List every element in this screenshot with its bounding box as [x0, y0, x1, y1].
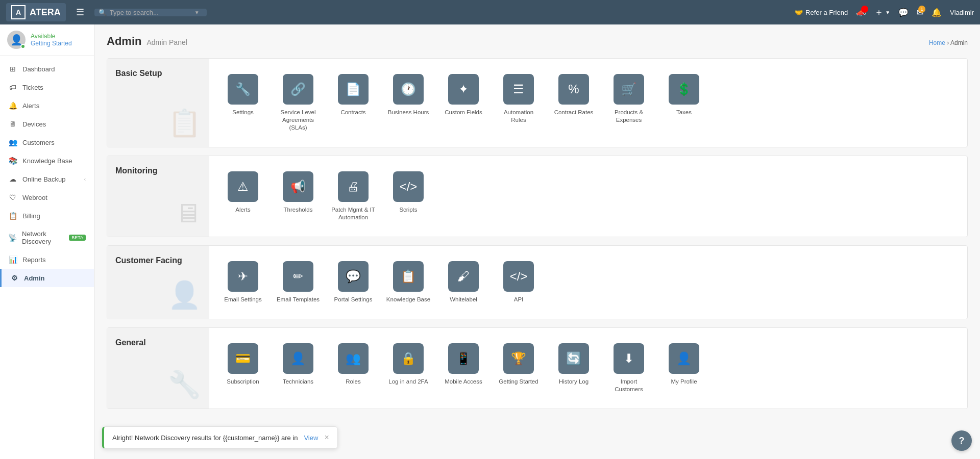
admin-item-subscription[interactable]: 💳Subscription	[217, 338, 268, 391]
sidebar-item-dashboard[interactable]: ⊞Dashboard	[0, 60, 94, 78]
search-input[interactable]	[110, 9, 191, 16]
admin-item-business-hours[interactable]: 🕐Business Hours	[383, 69, 434, 121]
admin-item-icon-patch-mgmt: 🖨	[338, 171, 369, 202]
admin-item-contract-rates[interactable]: %Contract Rates	[548, 69, 599, 121]
admin-item-api[interactable]: </>API	[493, 256, 544, 309]
admin-item-icon-roles: 👥	[338, 343, 369, 374]
section-basic-setup: Basic Setup📋🔧Settings🔗Service Level Agre…	[107, 58, 968, 147]
admin-item-icon-knowledge-base: 📋	[393, 261, 424, 292]
section-items-monitoring: ⚠Alerts📢Thresholds🖨Patch Mgmt & IT Autom…	[209, 156, 967, 237]
admin-item-label-getting-started: Getting Started	[499, 378, 538, 386]
admin-item-icon-my-profile: 👤	[669, 343, 699, 374]
admin-item-knowledge-base[interactable]: 📋Knowledge Base	[383, 256, 434, 309]
sidebar-item-label-network-discovery: Network Discovery	[22, 230, 62, 245]
admin-item-taxes[interactable]: 💲Taxes	[658, 69, 709, 121]
admin-item-patch-mgmt[interactable]: 🖨Patch Mgmt & IT Automation	[328, 166, 379, 226]
section-label-monitoring: Monitoring🖥	[107, 156, 209, 237]
sidebar-item-online-backup[interactable]: ☁Online Backup‹	[0, 170, 94, 188]
admin-item-products-expenses[interactable]: 🛒Products & Expenses	[603, 69, 654, 129]
user-menu[interactable]: Vladimir	[950, 9, 974, 16]
add-button[interactable]: ＋ ▼	[874, 6, 890, 18]
billing-nav-icon: 📋	[8, 212, 17, 220]
admin-item-email-settings[interactable]: ✈Email Settings	[217, 256, 268, 309]
admin-item-settings[interactable]: 🔧Settings	[217, 69, 268, 121]
sidebar: 👤 Available Getting Started ⊞Dashboard🏷T…	[0, 24, 94, 459]
admin-item-import-customers[interactable]: ⬇Import Customers	[603, 338, 654, 398]
admin-item-icon-import-customers: ⬇	[614, 343, 644, 374]
app-body: 👤 Available Getting Started ⊞Dashboard🏷T…	[0, 24, 980, 459]
admin-item-label-whitelabel: Whitelabel	[450, 296, 477, 303]
admin-item-email-templates[interactable]: ✏Email Templates	[273, 256, 324, 309]
bell-icon[interactable]: 🔔	[932, 8, 942, 17]
sidebar-item-label-devices: Devices	[22, 120, 46, 128]
alerts-nav-icon: 🔔	[8, 101, 17, 110]
admin-item-label-api: API	[514, 296, 524, 303]
admin-item-alerts[interactable]: ⚠Alerts	[217, 166, 268, 219]
admin-item-custom-fields[interactable]: ✦Custom Fields	[438, 69, 489, 121]
email-icon[interactable]: ✉ 1	[917, 8, 923, 17]
user-status: Available	[31, 33, 72, 40]
refer-friend-button[interactable]: 🤝 Refer a Friend	[795, 9, 848, 16]
notification-view-button[interactable]: View	[304, 434, 318, 442]
sidebar-item-admin[interactable]: ⚙Admin	[0, 269, 94, 287]
sidebar-item-webroot[interactable]: 🛡Webroot	[0, 188, 94, 207]
admin-item-label-alerts: Alerts	[235, 206, 250, 214]
sidebar-item-devices[interactable]: 🖥Devices	[0, 115, 94, 133]
admin-item-icon-settings: 🔧	[228, 74, 258, 105]
admin-item-whitelabel[interactable]: 🖌Whitelabel	[438, 256, 489, 309]
help-button[interactable]: ?	[951, 430, 972, 451]
admin-item-technicians[interactable]: 👤Technicians	[273, 338, 324, 391]
admin-item-roles[interactable]: 👥Roles	[328, 338, 379, 391]
section-title-monitoring: Monitoring	[115, 166, 201, 175]
notification-close-button[interactable]: ×	[324, 433, 329, 442]
megaphone-icon[interactable]: 📣	[856, 8, 866, 17]
admin-item-contracts[interactable]: 📄Contracts	[328, 69, 379, 121]
breadcrumb-home[interactable]: Home	[929, 39, 945, 46]
admin-item-thresholds[interactable]: 📢Thresholds	[273, 166, 324, 219]
sidebar-item-knowledge-base[interactable]: 📚Knowledge Base	[0, 151, 94, 170]
admin-item-sla[interactable]: 🔗Service Level Agreements (SLAs)	[273, 69, 324, 137]
breadcrumb-current: Admin	[950, 39, 968, 46]
chat-icon[interactable]: 💬	[898, 8, 909, 17]
admin-item-icon-login-2fa: 🔒	[393, 343, 424, 374]
page-title: Admin	[107, 35, 141, 48]
getting-started-link[interactable]: Getting Started	[31, 40, 72, 47]
sidebar-item-label-admin: Admin	[24, 274, 44, 282]
admin-item-scripts[interactable]: </>Scripts	[383, 166, 434, 219]
admin-item-icon-api: </>	[503, 261, 534, 292]
search-dropdown-icon[interactable]: ▼	[194, 10, 200, 15]
page-subtitle: Admin Panel	[146, 38, 187, 46]
admin-item-automation-rules[interactable]: ☰Automation Rules	[493, 69, 544, 129]
sidebar-item-network-discovery[interactable]: 📡Network DiscoveryBETA	[0, 225, 94, 250]
knowledge-base-nav-icon: 📚	[8, 157, 17, 165]
app-logo[interactable]: A ATERA	[6, 3, 66, 21]
admin-item-icon-whitelabel: 🖌	[448, 261, 479, 292]
sidebar-item-label-reports: Reports	[22, 256, 46, 264]
admin-item-label-settings: Settings	[232, 109, 254, 116]
topbar-right: 🤝 Refer a Friend 📣 ＋ ▼ 💬 ✉ 1 🔔 Vladimir	[795, 6, 974, 18]
sidebar-item-tickets[interactable]: 🏷Tickets	[0, 78, 94, 96]
section-monitoring: Monitoring🖥⚠Alerts📢Thresholds🖨Patch Mgmt…	[107, 156, 968, 237]
sidebar-item-billing[interactable]: 📋Billing	[0, 207, 94, 225]
admin-item-icon-business-hours: 🕐	[393, 74, 424, 105]
admin-item-history-log[interactable]: 🔄History Log	[548, 338, 599, 391]
sidebar-item-label-webroot: Webroot	[22, 194, 47, 201]
admin-item-icon-portal-settings: 💬	[338, 261, 369, 292]
admin-item-icon-thresholds: 📢	[283, 171, 313, 202]
admin-item-login-2fa[interactable]: 🔒Log in and 2FA	[383, 338, 434, 391]
devices-nav-icon: 🖥	[8, 120, 17, 128]
admin-item-mobile-access[interactable]: 📱Mobile Access	[438, 338, 489, 391]
section-title-basic-setup: Basic Setup	[115, 69, 201, 78]
admin-item-my-profile[interactable]: 👤My Profile	[658, 338, 709, 391]
section-items-general: 💳Subscription👤Technicians👥Roles🔒Log in a…	[209, 328, 967, 409]
section-label-customer-facing: Customer Facing👤	[107, 246, 209, 319]
sidebar-item-customers[interactable]: 👥Customers	[0, 133, 94, 151]
admin-item-icon-custom-fields: ✦	[448, 74, 479, 105]
sidebar-item-alerts[interactable]: 🔔Alerts	[0, 96, 94, 115]
admin-item-portal-settings[interactable]: 💬Portal Settings	[328, 256, 379, 309]
admin-item-getting-started[interactable]: 🏆Getting Started	[493, 338, 544, 391]
sidebar-item-reports[interactable]: 📊Reports	[0, 250, 94, 269]
search-bar: 🔍 ▼	[94, 9, 207, 16]
admin-item-icon-products-expenses: 🛒	[614, 74, 644, 105]
menu-toggle-button[interactable]: ☰	[72, 5, 88, 20]
